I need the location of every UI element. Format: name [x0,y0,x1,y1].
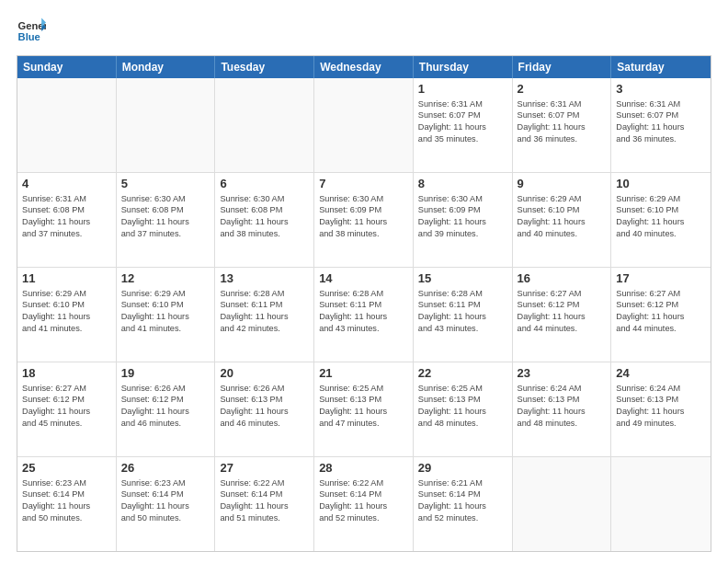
cal-cell [17,78,117,172]
cal-cell [314,78,414,172]
cal-header-cell-friday: Friday [513,56,612,78]
day-info: Sunrise: 6:28 AMSunset: 6:11 PMDaylight:… [319,288,408,335]
cal-cell: 29Sunrise: 6:21 AMSunset: 6:14 PMDayligh… [414,457,513,551]
cal-cell: 27Sunrise: 6:22 AMSunset: 6:14 PMDayligh… [215,457,314,551]
day-number: 23 [518,365,607,382]
day-number: 6 [220,176,309,192]
day-info: Sunrise: 6:27 AMSunset: 6:12 PMDaylight:… [616,288,706,335]
day-number: 22 [418,365,507,382]
cal-cell: 15Sunrise: 6:28 AMSunset: 6:11 PMDayligh… [414,268,513,362]
day-number: 14 [319,270,408,287]
day-info: Sunrise: 6:30 AMSunset: 6:08 PMDaylight:… [220,193,309,240]
day-info: Sunrise: 6:29 AMSunset: 6:10 PMDaylight:… [518,193,607,240]
day-number: 28 [319,460,408,477]
cal-cell: 17Sunrise: 6:27 AMSunset: 6:12 PMDayligh… [611,268,711,362]
day-info: Sunrise: 6:30 AMSunset: 6:09 PMDaylight:… [418,193,507,240]
cal-cell [513,457,612,551]
cal-cell: 16Sunrise: 6:27 AMSunset: 6:12 PMDayligh… [513,268,612,362]
day-info: Sunrise: 6:25 AMSunset: 6:13 PMDaylight:… [319,383,408,430]
cal-header-cell-saturday: Saturday [611,56,711,78]
cal-cell: 9Sunrise: 6:29 AMSunset: 6:10 PMDaylight… [513,173,612,267]
day-info: Sunrise: 6:28 AMSunset: 6:11 PMDaylight:… [220,288,309,335]
day-number: 29 [418,460,507,477]
day-number: 2 [518,81,607,98]
day-info: Sunrise: 6:24 AMSunset: 6:13 PMDaylight:… [616,383,706,430]
cal-cell: 8Sunrise: 6:30 AMSunset: 6:09 PMDaylight… [414,173,513,267]
calendar-body: 1Sunrise: 6:31 AMSunset: 6:07 PMDaylight… [17,78,711,551]
cal-cell [117,78,216,172]
day-number: 19 [121,365,210,382]
cal-week-3: 18Sunrise: 6:27 AMSunset: 6:12 PMDayligh… [17,362,711,457]
day-number: 18 [22,365,111,382]
day-number: 15 [418,270,507,287]
cal-week-2: 11Sunrise: 6:29 AMSunset: 6:10 PMDayligh… [17,268,711,362]
cal-cell: 1Sunrise: 6:31 AMSunset: 6:07 PMDaylight… [414,78,513,172]
day-info: Sunrise: 6:31 AMSunset: 6:07 PMDaylight:… [518,98,607,145]
cal-cell [215,78,314,172]
day-number: 21 [319,365,408,382]
day-info: Sunrise: 6:23 AMSunset: 6:14 PMDaylight:… [121,477,210,524]
day-number: 13 [220,270,309,287]
day-info: Sunrise: 6:27 AMSunset: 6:12 PMDaylight:… [22,383,111,430]
day-info: Sunrise: 6:28 AMSunset: 6:11 PMDaylight:… [418,288,507,335]
day-number: 10 [616,176,706,192]
cal-week-0: 1Sunrise: 6:31 AMSunset: 6:07 PMDaylight… [17,78,711,173]
cal-cell: 23Sunrise: 6:24 AMSunset: 6:13 PMDayligh… [513,362,612,456]
cal-cell: 28Sunrise: 6:22 AMSunset: 6:14 PMDayligh… [314,457,414,551]
day-number: 27 [220,460,309,477]
header: General Blue [17,17,711,46]
day-number: 26 [121,460,210,477]
cal-header-cell-monday: Monday [117,56,216,78]
cal-cell: 18Sunrise: 6:27 AMSunset: 6:12 PMDayligh… [17,362,117,456]
cal-cell: 26Sunrise: 6:23 AMSunset: 6:14 PMDayligh… [117,457,216,551]
cal-cell: 14Sunrise: 6:28 AMSunset: 6:11 PMDayligh… [314,268,414,362]
day-info: Sunrise: 6:31 AMSunset: 6:07 PMDaylight:… [616,98,706,145]
day-number: 9 [518,176,607,192]
day-number: 3 [616,81,706,98]
cal-week-4: 25Sunrise: 6:23 AMSunset: 6:14 PMDayligh… [17,457,711,551]
day-info: Sunrise: 6:26 AMSunset: 6:13 PMDaylight:… [220,383,309,430]
svg-text:Blue: Blue [18,31,40,42]
cal-header-cell-wednesday: Wednesday [314,56,414,78]
day-info: Sunrise: 6:30 AMSunset: 6:09 PMDaylight:… [319,193,408,240]
day-number: 5 [121,176,210,192]
cal-cell: 19Sunrise: 6:26 AMSunset: 6:12 PMDayligh… [117,362,216,456]
day-info: Sunrise: 6:29 AMSunset: 6:10 PMDaylight:… [616,193,706,240]
day-number: 17 [616,270,706,287]
day-number: 16 [518,270,607,287]
page: General Blue SundayMondayTuesdayWednesda… [0,0,728,563]
day-number: 20 [220,365,309,382]
day-number: 7 [319,176,408,192]
cal-header-cell-tuesday: Tuesday [215,56,314,78]
cal-cell: 12Sunrise: 6:29 AMSunset: 6:10 PMDayligh… [117,268,216,362]
day-number: 11 [22,270,111,287]
day-number: 12 [121,270,210,287]
calendar: SundayMondayTuesdayWednesdayThursdayFrid… [17,55,711,552]
day-info: Sunrise: 6:30 AMSunset: 6:08 PMDaylight:… [121,193,210,240]
day-info: Sunrise: 6:29 AMSunset: 6:10 PMDaylight:… [22,288,111,335]
cal-cell: 10Sunrise: 6:29 AMSunset: 6:10 PMDayligh… [611,173,711,267]
cal-cell: 4Sunrise: 6:31 AMSunset: 6:08 PMDaylight… [17,173,117,267]
day-info: Sunrise: 6:27 AMSunset: 6:12 PMDaylight:… [518,288,607,335]
cal-cell: 25Sunrise: 6:23 AMSunset: 6:14 PMDayligh… [17,457,117,551]
cal-cell: 11Sunrise: 6:29 AMSunset: 6:10 PMDayligh… [17,268,117,362]
cal-cell: 21Sunrise: 6:25 AMSunset: 6:13 PMDayligh… [314,362,414,456]
logo-icon: General Blue [17,17,46,46]
cal-cell: 7Sunrise: 6:30 AMSunset: 6:09 PMDaylight… [314,173,414,267]
cal-cell: 24Sunrise: 6:24 AMSunset: 6:13 PMDayligh… [611,362,711,456]
cal-cell: 20Sunrise: 6:26 AMSunset: 6:13 PMDayligh… [215,362,314,456]
day-number: 24 [616,365,706,382]
calendar-header: SundayMondayTuesdayWednesdayThursdayFrid… [17,56,711,78]
day-number: 8 [418,176,507,192]
day-info: Sunrise: 6:29 AMSunset: 6:10 PMDaylight:… [121,288,210,335]
day-info: Sunrise: 6:31 AMSunset: 6:07 PMDaylight:… [418,98,507,145]
cal-cell: 13Sunrise: 6:28 AMSunset: 6:11 PMDayligh… [215,268,314,362]
cal-cell: 5Sunrise: 6:30 AMSunset: 6:08 PMDaylight… [117,173,216,267]
day-info: Sunrise: 6:26 AMSunset: 6:12 PMDaylight:… [121,383,210,430]
day-info: Sunrise: 6:21 AMSunset: 6:14 PMDaylight:… [418,477,507,524]
cal-cell: 22Sunrise: 6:25 AMSunset: 6:13 PMDayligh… [414,362,513,456]
day-info: Sunrise: 6:25 AMSunset: 6:13 PMDaylight:… [418,383,507,430]
cal-cell: 6Sunrise: 6:30 AMSunset: 6:08 PMDaylight… [215,173,314,267]
logo: General Blue [17,17,46,46]
day-info: Sunrise: 6:22 AMSunset: 6:14 PMDaylight:… [220,477,309,524]
